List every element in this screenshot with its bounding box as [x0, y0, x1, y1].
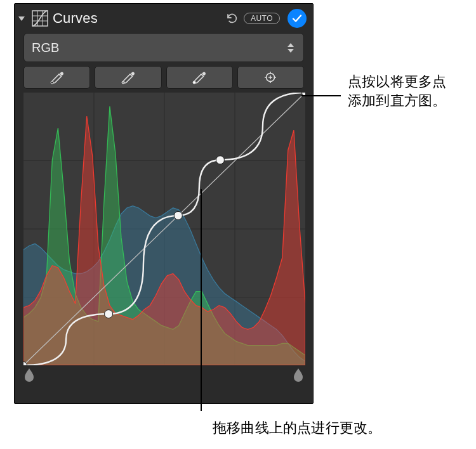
callout-add-point: 点按以将更多点 添加到直方图。 — [348, 72, 468, 110]
enabled-checkmark-icon[interactable] — [288, 9, 307, 28]
eyedropper-icon — [191, 70, 208, 84]
eyedropper-icon — [49, 70, 65, 84]
panel-title: Curves — [53, 10, 221, 27]
add-point-icon — [262, 70, 279, 84]
eyedropper-gray-button[interactable] — [95, 66, 161, 89]
panel-header: Curves AUTO — [15, 4, 313, 33]
svg-point-26 — [105, 310, 113, 318]
curves-icon — [31, 10, 49, 27]
curves-panel: Curves AUTO RGB — [14, 3, 314, 404]
svg-marker-0 — [18, 16, 25, 21]
add-point-button[interactable] — [237, 66, 304, 89]
svg-point-9 — [122, 81, 124, 84]
callout-leader-line — [301, 95, 341, 96]
eyedropper-white-button[interactable] — [166, 66, 233, 89]
svg-point-28 — [216, 156, 224, 164]
svg-point-10 — [193, 81, 195, 84]
chevron-updown-icon — [286, 42, 296, 53]
black-white-point-row — [15, 365, 313, 387]
eyedropper-black-button[interactable] — [23, 66, 90, 89]
disclosure-triangle-icon[interactable] — [16, 13, 27, 24]
svg-marker-6 — [288, 43, 294, 47]
eyedropper-icon — [120, 70, 136, 84]
callout-leader-line — [201, 189, 202, 411]
channel-select-value: RGB — [32, 41, 286, 55]
svg-marker-7 — [288, 49, 294, 53]
svg-point-8 — [51, 81, 53, 84]
callout-drag-point: 拖移曲线上的点进行更改。 — [213, 419, 466, 438]
svg-point-27 — [174, 211, 182, 219]
eyedropper-toolbar — [15, 66, 313, 93]
white-point-droplet-icon[interactable] — [293, 368, 304, 382]
reset-icon[interactable] — [225, 11, 239, 25]
curves-graph[interactable] — [23, 93, 305, 365]
auto-button[interactable]: AUTO — [244, 13, 280, 24]
channel-select[interactable]: RGB — [23, 33, 304, 62]
black-point-droplet-icon[interactable] — [23, 368, 35, 382]
